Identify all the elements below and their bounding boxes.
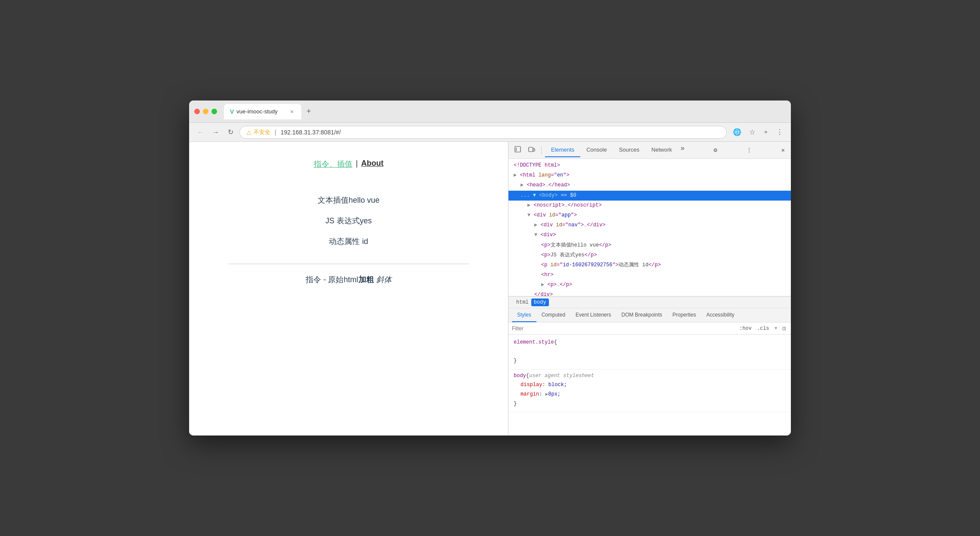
browser-tab[interactable]: V vue-imooc-study × [224,104,301,119]
css-selector-body: body [514,372,526,381]
css-empty-line [514,347,786,357]
styles-tab-dom-breakpoints[interactable]: DOM Breakpoints [616,308,668,322]
dom-line-html[interactable]: ▶ <html lang="en"> [508,171,791,180]
directive-bold: 加粗 [358,275,374,284]
tab-elements[interactable]: Elements [545,143,580,157]
nav-link-directives[interactable]: 指令、插值 [314,159,352,169]
page-directive: 指令 - 原始html加粗 斜体 [306,274,391,285]
dom-line-div-close[interactable]: </div> [508,290,791,296]
tab-network[interactable]: Network [646,143,678,157]
add-style-button[interactable]: + [773,325,779,332]
page-text-interpolation: 文本插值hello vue [318,195,380,205]
security-warning-text: 不安全 [254,128,270,136]
devtools-settings-button[interactable]: ⚙ [711,145,720,155]
back-button[interactable]: ← [194,127,206,138]
url-text: 192.168.31.37:8081/#/ [281,129,341,136]
cls-button[interactable]: .cls [755,325,771,332]
menu-icon[interactable]: ⋮ [774,126,786,138]
css-source-label: user agent stylesheet [529,372,594,381]
devtools-tabs: Elements Console Sources Network » [545,143,687,157]
css-body-selector: body { user agent stylesheet [514,372,786,381]
maximize-button[interactable] [211,109,217,114]
dom-line-div-app[interactable]: ▼ <div id="app"> [508,210,791,220]
dom-line-body-selected[interactable]: ... ▼ <body> == $0 [508,191,791,201]
traffic-lights [194,109,217,114]
page-content: 指令、插值 | About 文本插值hello vue JS 表达式yes 动态… [189,142,508,436]
styles-tab-computed[interactable]: Computed [536,308,570,322]
tab-close-button[interactable]: × [288,108,295,115]
css-rule-body: body { user agent stylesheet display: bl… [508,370,791,412]
toolbar-divider [541,146,542,155]
css-rule-close-1: } [514,356,786,366]
minimize-button[interactable] [203,109,208,114]
tab-title: vue-imooc-study [236,108,277,115]
translate-icon[interactable]: 🌐 [730,126,744,138]
title-bar: V vue-imooc-study × + [189,100,791,123]
styles-panel: element.style { } body { user agent styl… [508,335,791,436]
browser-window: V vue-imooc-study × + ← → ↻ △ 不安全 | 192.… [189,100,791,436]
devtools-close-button[interactable]: ✕ [779,145,787,155]
page-nav: 指令、插值 | About [314,159,384,169]
styles-tab-properties[interactable]: Properties [667,308,701,322]
directive-text: 指令 - 原始html [306,275,358,284]
css-display-property: display: block; [514,381,786,390]
dom-line-head[interactable]: ▶ <head>…</head> [508,180,791,190]
close-button[interactable] [194,109,200,114]
devtools-panel: Elements Console Sources Network » ⚙ ⋮ ✕… [508,142,791,436]
new-tab-button[interactable]: + [303,105,315,118]
styles-filter-input[interactable] [512,326,738,332]
nav-separator: | [356,159,358,169]
device-emulation-button[interactable] [526,144,538,156]
dom-line-p3[interactable]: <p id="id-1602679292756">动态属性 id</p> [508,260,791,270]
inspect-element-button[interactable] [512,144,524,156]
tab-favicon-icon: V [230,108,234,115]
dom-line-p1[interactable]: <p>文本插值hello vue</p> [508,241,791,250]
css-selector-element-style: element.style { [514,338,786,347]
filter-actions: :hov .cls + ◫ [738,324,787,332]
breadcrumb-html[interactable]: html [514,298,531,306]
more-tabs-button[interactable]: » [678,143,687,157]
css-margin-property: margin: ▶ 8px; [514,390,786,399]
content-area: 指令、插值 | About 文本插值hello vue JS 表达式yes 动态… [189,142,791,436]
dom-tree: <!DOCTYPE html> ▶ <html lang="en"> ▶ <he… [508,159,791,296]
dom-line-p-dots[interactable]: ▶ <p>…</p> [508,280,791,290]
bookmark-icon[interactable]: ☆ [747,126,758,138]
svg-rect-3 [533,149,535,151]
devtools-toolbar: Elements Console Sources Network » ⚙ ⋮ ✕ [508,142,791,159]
url-separator: | [275,129,276,136]
styles-tab-styles[interactable]: Styles [512,308,536,322]
security-warning-icon: △ [247,129,251,135]
nav-link-about[interactable]: About [361,159,383,169]
styles-tab-accessibility[interactable]: Accessibility [701,308,739,322]
layout-button[interactable]: ◫ [781,324,787,332]
toolbar-right: 🌐 ☆ ⚬ ⋮ [730,126,786,138]
breadcrumb-bar: html body [508,296,791,308]
forward-button[interactable]: → [210,127,222,138]
hov-button[interactable]: :hov [738,325,753,332]
styles-tabs-bar: Styles Computed Event Listeners DOM Brea… [508,308,791,323]
page-text-expression: JS 表达式yes [325,216,372,226]
dom-line-doctype[interactable]: <!DOCTYPE html> [508,161,791,171]
directive-italic: 斜体 [376,275,392,284]
css-rule-close-2: } [514,399,786,409]
css-rules: element.style { } body { user agent styl… [508,335,791,414]
svg-rect-2 [529,147,533,152]
styles-tab-event-listeners[interactable]: Event Listeners [570,308,616,322]
css-rule-element-style: element.style { } [508,336,791,370]
tab-console[interactable]: Console [580,143,613,157]
url-bar[interactable]: △ 不安全 | 192.168.31.37:8081/#/ [239,126,727,139]
margin-triangle[interactable]: ▶ [545,390,548,399]
tab-sources[interactable]: Sources [613,143,646,157]
filter-bar: :hov .cls + ◫ [508,323,791,335]
dom-line-div-nav[interactable]: ▶ <div id="nav">…</div> [508,220,791,230]
dom-line-div[interactable]: ▼ <div> [508,230,791,240]
dom-line-p2[interactable]: <p>JS 表达式yes</p> [508,250,791,260]
page-divider [228,264,469,264]
reload-button[interactable]: ↻ [225,126,236,138]
dom-line-noscript[interactable]: ▶ <noscript>…</noscript> [508,201,791,210]
profile-icon[interactable]: ⚬ [760,126,771,138]
dom-line-hr[interactable]: <hr> [508,270,791,280]
address-bar: ← → ↻ △ 不安全 | 192.168.31.37:8081/#/ 🌐 ☆ … [189,123,791,142]
devtools-menu-button[interactable]: ⋮ [744,145,755,155]
breadcrumb-body[interactable]: body [531,298,549,306]
